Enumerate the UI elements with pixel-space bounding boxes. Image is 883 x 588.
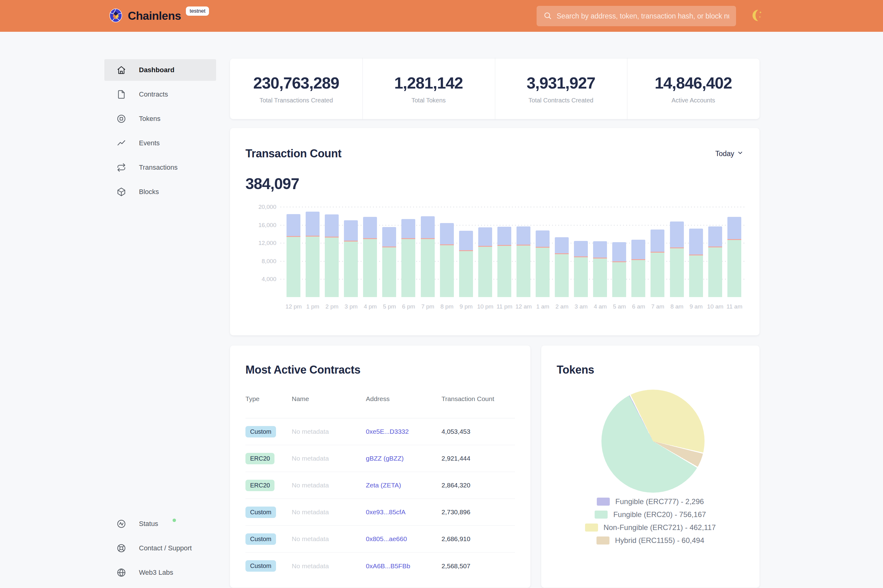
sidebar-item-label: Dashboard bbox=[139, 66, 174, 74]
bar-segment-bottom-green bbox=[363, 239, 377, 297]
bar-segment-top-blue bbox=[421, 216, 435, 238]
x-axis-tick-label: 12 pm bbox=[284, 303, 303, 310]
bar-segment-top-blue bbox=[440, 223, 454, 244]
contract-address-link[interactable]: gBZZ (gBZZ) bbox=[366, 455, 441, 462]
sidebar-item-label: Web3 Labs bbox=[139, 568, 173, 577]
x-axis-tick-label: 11 pm bbox=[495, 303, 514, 310]
sidebar-item-label: Status bbox=[139, 520, 158, 528]
bar-slot-12-pm bbox=[284, 207, 303, 297]
bar-segment-top-blue bbox=[382, 227, 396, 246]
sidebar-item-events[interactable]: Events bbox=[104, 132, 216, 154]
stacked-bar bbox=[286, 214, 301, 297]
tokens-title: Tokens bbox=[557, 363, 594, 376]
theme-toggle-button[interactable] bbox=[748, 8, 766, 25]
stat-value: 14,846,402 bbox=[627, 74, 760, 92]
bar-slot-7-pm bbox=[418, 207, 438, 297]
legend-label: Fungible (ERC20) - 756,167 bbox=[613, 510, 706, 519]
stat-label: Total Transactions Created bbox=[230, 97, 363, 104]
stacked-bar bbox=[516, 226, 530, 297]
y-axis-tick-label: 4,000 bbox=[230, 276, 276, 283]
x-axis-tick-label: 7 am bbox=[648, 303, 667, 310]
bar-segment-top-blue bbox=[612, 242, 626, 261]
contract-address-link[interactable]: 0xe93...85cfA bbox=[366, 508, 441, 516]
bar-segment-bottom-green bbox=[325, 237, 339, 297]
bar-slot-12-am bbox=[514, 207, 533, 297]
contract-address-link[interactable]: 0xe5E...D3332 bbox=[366, 428, 441, 435]
bar-segment-bottom-green bbox=[382, 248, 396, 297]
bar-slot-9-pm bbox=[457, 207, 476, 297]
bar-segment-bottom-green bbox=[631, 260, 645, 297]
bar-segment-bottom-green bbox=[305, 237, 320, 297]
bar-slot-10-am bbox=[706, 207, 725, 297]
bar-series-area bbox=[284, 207, 744, 297]
stacked-bar bbox=[402, 219, 415, 297]
legend-item-non-fungible-erc721: Non-Fungible (ERC721) - 462,117 bbox=[585, 523, 716, 532]
transaction-count-cell: 2,568,507 bbox=[441, 562, 515, 570]
sidebar-item-web3-labs[interactable]: Web3 Labs bbox=[104, 562, 216, 584]
stacked-bar bbox=[727, 217, 741, 297]
contract-type-badge: Custom bbox=[245, 507, 276, 518]
sidebar-item-status[interactable]: Status bbox=[104, 513, 216, 535]
table-row[interactable]: CustomNo metadata0x805...ae6602,686,910 bbox=[245, 526, 515, 552]
sidebar-item-dashboard[interactable]: Dashboard bbox=[104, 59, 216, 81]
sidebar-item-contact-support[interactable]: Contact / Support bbox=[104, 537, 216, 559]
table-row[interactable]: ERC20No metadataZeta (ZETA)2,864,320 bbox=[245, 472, 515, 499]
table-row[interactable]: CustomNo metadata0xe93...85cfA2,730,896 bbox=[245, 499, 515, 526]
x-axis-tick-label: 3 pm bbox=[341, 303, 361, 310]
search-input[interactable] bbox=[557, 12, 729, 20]
blocks-icon bbox=[117, 187, 126, 196]
bar-segment-top-blue bbox=[689, 229, 703, 255]
bar-segment-top-blue bbox=[650, 230, 665, 252]
bar-segment-bottom-green bbox=[536, 248, 549, 297]
contract-address-link[interactable]: 0x805...ae660 bbox=[366, 535, 441, 543]
table-row[interactable]: CustomNo metadata0xe5E...D33324,053,453 bbox=[245, 418, 515, 445]
bar-slot-1-pm bbox=[303, 207, 322, 297]
column-header-name: Name bbox=[292, 395, 366, 403]
sidebar-item-transactions[interactable]: Transactions bbox=[104, 157, 216, 178]
search-bar[interactable] bbox=[537, 6, 736, 26]
contract-name-cell: No metadata bbox=[292, 562, 366, 570]
stat-label: Total Tokens bbox=[363, 97, 495, 104]
contract-address-link[interactable]: 0xA6B...B5FBb bbox=[366, 562, 441, 570]
bar-segment-top-blue bbox=[286, 214, 301, 236]
period-selector-value: Today bbox=[715, 150, 734, 158]
legend-item-hybrid-erc1155: Hybrid (ERC1155) - 60,494 bbox=[597, 536, 704, 545]
stacked-bar bbox=[612, 242, 626, 297]
brand-home-link[interactable]: Chainlens testnet bbox=[109, 0, 209, 32]
x-axis-tick-label: 4 am bbox=[591, 303, 610, 310]
bar-slot-10-pm bbox=[476, 207, 495, 297]
most-active-contracts-title: Most Active Contracts bbox=[245, 363, 360, 376]
y-axis-tick-label: 16,000 bbox=[230, 222, 276, 229]
bar-slot-3-am bbox=[572, 207, 591, 297]
stacked-bar bbox=[344, 220, 358, 297]
stats-summary-card: 230,763,289Total Transactions Created1,2… bbox=[230, 58, 760, 119]
contract-name-cell: No metadata bbox=[292, 482, 366, 489]
bar-segment-top-blue bbox=[574, 241, 588, 256]
sidebar-item-tokens[interactable]: Tokens bbox=[104, 108, 216, 130]
stacked-bar bbox=[363, 217, 377, 297]
sidebar-item-contracts[interactable]: Contracts bbox=[104, 84, 216, 105]
table-row[interactable]: ERC20No metadatagBZZ (gBZZ)2,921,444 bbox=[245, 445, 515, 472]
x-axis-tick-label: 2 am bbox=[552, 303, 572, 310]
most-active-contracts-card: Most Active Contracts TypeNameAddressTra… bbox=[230, 345, 530, 588]
legend-item-fungible-erc777: Fungible (ERC777) - 2,296 bbox=[597, 497, 704, 506]
stacked-bar bbox=[421, 216, 435, 297]
chainlens-logo-icon bbox=[109, 8, 123, 24]
table-row[interactable]: CustomNo metadata0xA6B...B5FBb2,568,507 bbox=[245, 552, 515, 579]
bar-slot-7-am bbox=[648, 207, 667, 297]
legend-swatch bbox=[585, 524, 598, 531]
stacked-bar bbox=[536, 231, 549, 297]
bar-segment-top-blue bbox=[363, 217, 377, 238]
x-axis-tick-label: 5 pm bbox=[380, 303, 399, 310]
x-axis-tick-label: 7 pm bbox=[418, 303, 438, 310]
bar-segment-top-blue bbox=[459, 231, 473, 250]
stacked-bar bbox=[478, 227, 492, 297]
period-selector-dropdown[interactable]: Today bbox=[715, 150, 743, 158]
bar-segment-top-blue bbox=[536, 231, 549, 247]
bar-slot-11-pm bbox=[495, 207, 514, 297]
bar-segment-bottom-green bbox=[286, 237, 301, 297]
stacked-bar bbox=[708, 226, 722, 297]
contract-address-link[interactable]: Zeta (ZETA) bbox=[366, 482, 441, 489]
sidebar-item-blocks[interactable]: Blocks bbox=[104, 181, 216, 202]
stacked-bar bbox=[555, 237, 569, 297]
